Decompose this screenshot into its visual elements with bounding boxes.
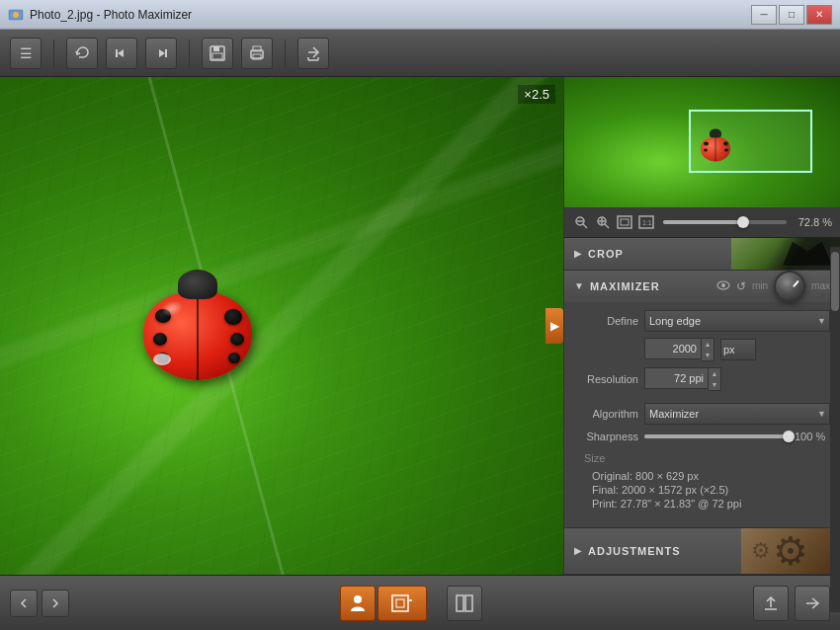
algorithm-row: Algorithm Maximizer ▼ — [574, 403, 830, 425]
max-label: max — [811, 280, 830, 291]
main-toolbar: ☰ — [0, 30, 840, 77]
forward-button[interactable] — [145, 38, 177, 69]
svg-rect-5 — [213, 46, 219, 51]
svg-point-1 — [13, 12, 19, 18]
print-button[interactable] — [241, 38, 273, 69]
minimize-button[interactable]: ─ — [751, 5, 777, 25]
size-info-label: Size — [584, 452, 820, 464]
right-panel: 1:1 72.8 % ▶ CROP — [563, 77, 840, 575]
final-size: Final: 2000 × 1572 px (×2.5) — [584, 484, 820, 496]
resolution-row: Resolution ▲ ▼ — [574, 367, 830, 391]
svg-rect-31 — [396, 599, 404, 607]
maximize-button[interactable]: □ — [779, 5, 804, 25]
app-icon — [8, 7, 24, 23]
zoom-bar: 1:1 72.8 % — [564, 207, 840, 237]
window-title: Photo_2.jpg - Photo Maximizer — [30, 8, 751, 22]
panel-toggle-arrow[interactable]: ▶ — [546, 308, 563, 344]
svg-rect-30 — [392, 595, 408, 611]
sharpness-slider[interactable] — [644, 434, 789, 438]
svg-rect-33 — [457, 595, 463, 611]
define-row: Define Long edge ▼ — [574, 310, 830, 332]
maximizer-section: ▼ MAXIMIZER ↺ min max De — [564, 271, 840, 528]
bottom-toolbar — [0, 575, 840, 630]
person-tool-button[interactable] — [340, 586, 376, 621]
back-button[interactable] — [106, 38, 137, 69]
svg-rect-22 — [621, 219, 629, 225]
ladybug-image — [143, 291, 252, 380]
svg-rect-34 — [465, 595, 472, 611]
panel-scrollbar[interactable] — [830, 247, 840, 612]
save-button[interactable] — [202, 38, 233, 69]
size-decrement[interactable]: ▼ — [702, 350, 714, 360]
exit-button[interactable] — [795, 586, 830, 621]
export-button[interactable] — [297, 38, 329, 69]
svg-point-26 — [721, 283, 725, 287]
thumbnail-viewport — [689, 110, 813, 173]
print-size: Print: 27.78" × 21.83" @ 72 ppi — [584, 498, 820, 510]
size-number-input[interactable]: ▲ ▼ — [644, 338, 714, 361]
zoom-percentage: 72.8 % — [795, 216, 832, 228]
svg-rect-6 — [212, 53, 222, 59]
original-size: Original: 800 × 629 px — [584, 470, 820, 482]
maximizer-section-title: MAXIMIZER — [590, 280, 711, 292]
svg-rect-21 — [618, 216, 631, 228]
sharpness-row: Sharpness 100 % — [574, 431, 830, 442]
adjustments-section: ▶ ADJUSTMENTS ⚙ ⚙ — [564, 528, 840, 575]
adjustments-arrow-icon: ▶ — [574, 545, 582, 556]
resolution-label: Resolution — [574, 373, 638, 385]
svg-text:1:1: 1:1 — [642, 219, 652, 226]
window-controls: ─ □ ✕ — [751, 5, 832, 25]
svg-point-29 — [354, 595, 362, 603]
crop-tool-button[interactable] — [378, 586, 427, 621]
sharpness-label: Sharpness — [574, 431, 638, 442]
zoom-out-icon[interactable] — [572, 213, 590, 231]
crop-section-header[interactable]: ▶ CROP — [564, 238, 840, 270]
photo-canvas: ×2.5 — [0, 77, 563, 575]
svg-line-18 — [605, 224, 609, 228]
upload-button[interactable] — [753, 586, 789, 621]
nav-arrows — [10, 590, 69, 617]
adjustments-thumbnail: ⚙ ⚙ — [741, 528, 840, 574]
visibility-icon[interactable] — [716, 279, 730, 293]
scrollbar-thumb[interactable] — [831, 252, 839, 311]
size-input-row: ▲ ▼ pxcmin — [574, 338, 830, 361]
prev-image-button[interactable] — [10, 590, 38, 617]
toolbar-separator-2 — [189, 39, 190, 67]
undo-button[interactable] — [66, 38, 98, 69]
maximizer-section-header[interactable]: ▼ MAXIMIZER ↺ min max — [564, 271, 840, 302]
define-select[interactable]: Long edge — [644, 310, 830, 332]
crop-arrow-icon: ▶ — [574, 248, 582, 259]
resolution-increment[interactable]: ▲ — [709, 368, 720, 379]
reset-icon[interactable]: ↺ — [736, 279, 746, 293]
min-label: min — [752, 280, 768, 291]
size-increment[interactable]: ▲ — [702, 339, 714, 350]
size-info-section: Size Original: 800 × 629 px Final: 2000 … — [574, 448, 830, 519]
resolution-decrement[interactable]: ▼ — [709, 379, 720, 390]
actual-size-icon[interactable]: 1:1 — [637, 213, 655, 231]
next-image-button[interactable] — [42, 590, 69, 617]
gear-icon: ⚙ — [773, 528, 808, 574]
thumbnail-preview — [564, 77, 840, 207]
toolbar-separator-1 — [53, 39, 54, 67]
size-value-input[interactable] — [644, 338, 702, 359]
maximizer-arrow-icon: ▼ — [574, 280, 584, 291]
fit-icon[interactable] — [616, 213, 633, 231]
resolution-value-input[interactable] — [644, 367, 709, 389]
intensity-knob[interactable] — [774, 271, 805, 302]
size-unit-select[interactable]: pxcmin — [720, 339, 756, 360]
title-bar: Photo_2.jpg - Photo Maximizer ─ □ ✕ — [0, 0, 840, 30]
define-label: Define — [574, 315, 638, 327]
svg-line-15 — [583, 224, 587, 228]
resolution-input[interactable]: ▲ ▼ — [644, 367, 721, 391]
zoom-slider[interactable] — [663, 220, 787, 224]
close-button[interactable]: ✕ — [806, 5, 832, 25]
crop-section: ▶ CROP — [564, 238, 840, 271]
zoom-badge: ×2.5 — [518, 85, 555, 104]
zoom-in-icon[interactable] — [594, 213, 612, 231]
panels-button[interactable] — [447, 586, 482, 621]
menu-button[interactable]: ☰ — [10, 38, 42, 69]
algorithm-select[interactable]: Maximizer — [644, 403, 830, 425]
sharpness-percentage: 100 % — [795, 431, 830, 442]
maximizer-controls: Define Long edge ▼ ▲ ▼ — [564, 302, 840, 527]
tool-buttons — [340, 586, 427, 621]
